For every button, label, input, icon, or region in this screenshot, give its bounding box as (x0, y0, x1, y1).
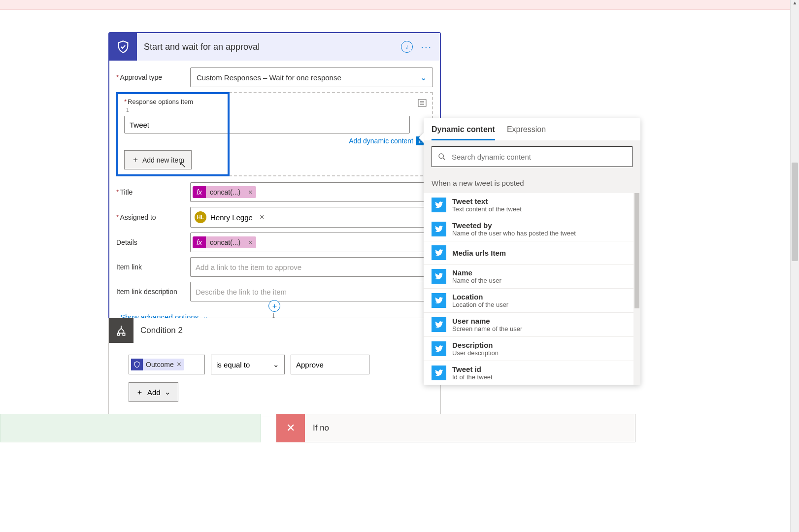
dynamic-list: Tweet text Text content of the tweet Twe… (424, 193, 640, 385)
search-field[interactable] (451, 152, 626, 162)
dynamic-item-title: Media urls Item (452, 249, 506, 257)
dynamic-item[interactable]: Tweet id Id of the tweet (424, 361, 640, 385)
expression-token[interactable]: fx concat(...) × (193, 236, 256, 248)
title-label: Title (116, 188, 190, 196)
dynamic-item-desc: Id of the tweet (452, 373, 493, 381)
twitter-icon (432, 269, 446, 284)
if-no-branch[interactable]: ✕ If no (276, 414, 635, 442)
person-name: Henry Legge (210, 213, 253, 222)
twitter-icon (432, 366, 446, 380)
chevron-down-icon: ⌄ (273, 360, 279, 369)
add-dynamic-content-link[interactable]: Add dynamic content (349, 137, 413, 145)
if-yes-branch[interactable] (0, 414, 261, 442)
response-option-input[interactable]: Tweet (124, 116, 410, 133)
if-no-label: If no (305, 423, 329, 433)
condition-card: Condition 2 Outcome × is equal to ⌄ (108, 318, 441, 417)
svg-rect-2 (123, 333, 125, 335)
scroll-thumb[interactable] (792, 163, 798, 261)
condition-title: Condition 2 (133, 326, 440, 335)
item-index: 1 (126, 107, 425, 113)
scroll-up-icon[interactable]: ▲ (791, 0, 799, 9)
condition-icon (109, 318, 133, 343)
dynamic-item-desc: Text content of the tweet (452, 205, 522, 213)
person-token[interactable]: HL Henry Legge × (193, 209, 269, 225)
dynamic-section-header: When a new tweet is posted (424, 173, 640, 193)
twitter-icon (432, 198, 446, 212)
twitter-icon (432, 222, 446, 236)
dynamic-item[interactable]: Name Name of the user (424, 265, 640, 289)
dynamic-item-desc: Name of the user (452, 277, 501, 284)
search-icon (438, 153, 446, 161)
assigned-to-field[interactable]: HL Henry Legge × (190, 207, 433, 228)
twitter-icon (432, 317, 446, 332)
svg-point-3 (439, 154, 443, 158)
panel-pointer (419, 133, 424, 143)
twitter-icon (432, 245, 446, 260)
approval-type-select[interactable]: Custom Responses – Wait for one response… (190, 67, 433, 87)
condition-operator-select[interactable]: is equal to ⌄ (211, 355, 285, 374)
notification-bar (0, 0, 799, 10)
approval-icon (109, 33, 137, 61)
fx-icon: fx (193, 236, 206, 248)
panel-scrollbar[interactable] (633, 193, 640, 385)
svg-rect-1 (117, 333, 119, 335)
avatar: HL (195, 211, 206, 223)
approval-type-label: Approval type (116, 73, 190, 81)
dynamic-item[interactable]: Tweeted by Name of the user who has post… (424, 217, 640, 241)
chevron-down-icon: ⌄ (420, 73, 427, 82)
dynamic-content-panel: Dynamic content Expression When a new tw… (424, 118, 640, 385)
response-options-box: Response options Item 1 Tweet Add dynami… (116, 92, 433, 176)
approval-card-header[interactable]: Start and wait for an approval i ··· (109, 33, 440, 61)
approval-card-title: Start and wait for an approval (137, 42, 401, 52)
details-field[interactable]: fx concat(...) × (190, 233, 433, 252)
remove-token-icon[interactable]: × (174, 360, 181, 369)
page-scrollbar[interactable]: ▲ (790, 0, 799, 532)
assigned-to-label: Assigned to (116, 213, 190, 221)
item-link-desc-label: Item link description (116, 288, 190, 296)
chevron-down-icon: ⌄ (165, 388, 171, 397)
dynamic-item[interactable]: Description User description (424, 337, 640, 361)
condition-left-field[interactable]: Outcome × (129, 355, 205, 374)
response-options-label: Response options Item (124, 98, 425, 105)
search-input[interactable] (432, 146, 633, 167)
tab-dynamic-content[interactable]: Dynamic content (432, 125, 495, 140)
remove-token-icon[interactable]: × (244, 236, 256, 248)
twitter-icon (432, 341, 446, 356)
details-label: Details (116, 238, 190, 246)
title-field[interactable]: fx concat(...) × (190, 182, 433, 202)
condition-value-input[interactable]: Approve (291, 355, 369, 374)
array-toggle-icon[interactable] (417, 98, 427, 108)
dynamic-item[interactable]: User name Screen name of the user (424, 313, 640, 337)
tab-expression[interactable]: Expression (507, 125, 546, 140)
dynamic-item[interactable]: Tweet text Text content of the tweet (424, 193, 640, 217)
dynamic-item-desc: Name of the user who has posted the twee… (452, 230, 576, 237)
dynamic-item-title: Tweet id (452, 365, 493, 373)
dynamic-item-title: Name (452, 268, 501, 277)
outcome-token[interactable]: Outcome × (131, 359, 184, 370)
fx-icon: fx (193, 186, 206, 198)
item-link-input[interactable]: Add a link to the item to approve (190, 257, 433, 277)
dynamic-item-title: User name (452, 317, 522, 325)
add-new-item-button[interactable]: ＋ Add new item ↖ (124, 150, 192, 169)
add-condition-button[interactable]: ＋ Add ⌄ (129, 382, 178, 402)
approval-type-value: Custom Responses – Wait for one response (197, 73, 341, 82)
condition-header[interactable]: Condition 2 (109, 318, 440, 343)
dynamic-item-desc: Screen name of the user (452, 325, 522, 332)
plus-icon: ＋ (132, 155, 139, 165)
approval-card: Start and wait for an approval i ··· App… (108, 32, 441, 332)
more-icon[interactable]: ··· (418, 41, 440, 53)
remove-token-icon[interactable]: × (244, 186, 256, 198)
dynamic-item[interactable]: Location Location of the user (424, 289, 640, 313)
dynamic-item-title: Tweet text (452, 197, 522, 205)
scroll-thumb[interactable] (634, 193, 639, 308)
expression-token[interactable]: fx concat(...) × (193, 186, 256, 198)
dynamic-item-desc: User description (452, 349, 499, 357)
remove-person-icon[interactable]: × (257, 213, 264, 222)
dynamic-item-desc: Location of the user (452, 301, 508, 308)
dynamic-item[interactable]: Media urls Item (424, 241, 640, 265)
dynamic-item-title: Description (452, 341, 499, 349)
info-icon[interactable]: i (401, 41, 413, 53)
dynamic-item-title: Tweeted by (452, 221, 576, 230)
dynamic-item-title: Location (452, 293, 508, 301)
item-link-desc-input[interactable]: Describe the link to the item (190, 282, 433, 301)
